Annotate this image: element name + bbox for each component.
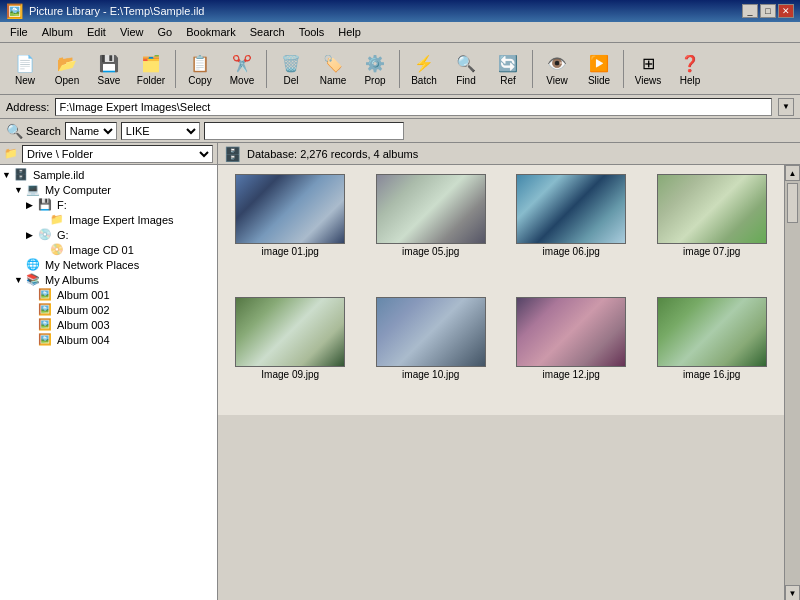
scroll-thumb[interactable] [787, 183, 798, 223]
thumbnail-cell[interactable]: Image 09.jpg [222, 292, 359, 411]
tree-icon: 🗄️ [14, 168, 28, 181]
tree-item[interactable]: 📀Image CD 01 [2, 242, 215, 257]
copy-button[interactable]: 📋Copy [179, 46, 221, 92]
scroll-down-button[interactable]: ▼ [785, 585, 800, 600]
menu-item-album[interactable]: Album [36, 24, 79, 40]
menu-item-tools[interactable]: Tools [293, 24, 331, 40]
titlebar-title: Picture Library - E:\Temp\Sample.ild [29, 5, 204, 17]
scroll-up-button[interactable]: ▲ [785, 165, 800, 181]
name-button-label: Name [320, 75, 347, 86]
del-button[interactable]: 🗑️Del [270, 46, 312, 92]
thumbnail-grid: image 01.jpgimage 05.jpgimage 06.jpgimag… [218, 165, 784, 415]
expand-icon: ▼ [14, 185, 24, 195]
thumbnail-image [516, 174, 626, 244]
name-button[interactable]: 🏷️Name [312, 46, 354, 92]
thumbnail-cell[interactable]: image 06.jpg [503, 169, 640, 288]
thumbnail-cell[interactable]: image 10.jpg [363, 292, 500, 411]
view-button[interactable]: 👁️View [536, 46, 578, 92]
thumbnail-cell[interactable]: image 05.jpg [363, 169, 500, 288]
del-button-icon: 🗑️ [279, 51, 303, 75]
del-button-label: Del [283, 75, 298, 86]
tree-label: Image CD 01 [69, 244, 134, 256]
menu-item-file[interactable]: File [4, 24, 34, 40]
tree-icon: 💻 [26, 183, 40, 196]
address-dropdown-arrow[interactable]: ▼ [778, 98, 794, 116]
tree-icon: 🌐 [26, 258, 40, 271]
scroll-track [785, 181, 800, 585]
find-button[interactable]: 🔍Find [445, 46, 487, 92]
thumbnail-label: Image 09.jpg [261, 369, 319, 380]
maximize-button[interactable]: □ [760, 4, 776, 18]
tree-item[interactable]: 🖼️Album 004 [2, 332, 215, 347]
tree-icon: 💾 [38, 198, 52, 211]
file-tree: ▼🗄️Sample.ild▼💻My Computer▶💾F:📁Image Exp… [0, 165, 217, 600]
search-field-select[interactable]: Name Date Size [65, 122, 117, 140]
right-panel: 🗄️ Database: 2,276 records, 4 albums ima… [218, 143, 800, 600]
new-button[interactable]: 📄New [4, 46, 46, 92]
tree-item[interactable]: 🖼️Album 002 [2, 302, 215, 317]
menu-item-help[interactable]: Help [332, 24, 367, 40]
move-button[interactable]: ✂️Move [221, 46, 263, 92]
toolbar-separator [175, 50, 176, 88]
menu-item-search[interactable]: Search [244, 24, 291, 40]
tree-label: My Computer [45, 184, 111, 196]
expand-icon: ▼ [14, 275, 24, 285]
open-button[interactable]: 📂Open [46, 46, 88, 92]
thumbnail-label: image 06.jpg [543, 246, 600, 257]
tree-item[interactable]: 🖼️Album 003 [2, 317, 215, 332]
ref-button[interactable]: 🔄Ref [487, 46, 529, 92]
tree-label: Album 003 [57, 319, 110, 331]
thumbnail-cell[interactable]: image 12.jpg [503, 292, 640, 411]
close-button[interactable]: ✕ [778, 4, 794, 18]
name-button-icon: 🏷️ [321, 51, 345, 75]
thumbnail-cell[interactable]: image 16.jpg [644, 292, 781, 411]
views-button[interactable]: ⊞Views [627, 46, 669, 92]
tree-item[interactable]: ▶💾F: [2, 197, 215, 212]
tree-item[interactable]: ▼🗄️Sample.ild [2, 167, 215, 182]
folder-button[interactable]: 🗂️Folder [130, 46, 172, 92]
folder-dropdown[interactable]: Drive \ Folder [22, 145, 213, 163]
tree-label: Image Expert Images [69, 214, 174, 226]
view-button-icon: 👁️ [545, 51, 569, 75]
search-icon-area: 🔍 Search [6, 123, 61, 139]
thumbnail-cell[interactable]: image 01.jpg [222, 169, 359, 288]
save-button[interactable]: 💾Save [88, 46, 130, 92]
help-button[interactable]: ❓Help [669, 46, 711, 92]
address-label: Address: [6, 101, 49, 113]
thumbnail-image [235, 297, 345, 367]
tree-item[interactable]: 📁Image Expert Images [2, 212, 215, 227]
tree-item[interactable]: 🖼️Album 001 [2, 287, 215, 302]
menu-item-edit[interactable]: Edit [81, 24, 112, 40]
search-input[interactable] [204, 122, 404, 140]
thumbnail-cell[interactable]: image 07.jpg [644, 169, 781, 288]
prop-button[interactable]: ⚙️Prop [354, 46, 396, 92]
prop-button-label: Prop [364, 75, 385, 86]
minimize-button[interactable]: _ [742, 4, 758, 18]
tree-item[interactable]: ▼💻My Computer [2, 182, 215, 197]
tree-item[interactable]: 🌐My Network Places [2, 257, 215, 272]
main-area: 📁 Drive \ Folder ▼🗄️Sample.ild▼💻My Compu… [0, 143, 800, 600]
find-button-label: Find [456, 75, 475, 86]
db-header: 🗄️ Database: 2,276 records, 4 albums [218, 143, 800, 165]
menu-item-go[interactable]: Go [152, 24, 179, 40]
menu-item-bookmark[interactable]: Bookmark [180, 24, 242, 40]
search-operator-select[interactable]: LIKE = CONTAINS [121, 122, 200, 140]
tree-label: My Network Places [45, 259, 139, 271]
expand-icon: ▶ [26, 230, 36, 240]
thumbnail-image [657, 297, 767, 367]
slide-button[interactable]: ▶️Slide [578, 46, 620, 92]
batch-button[interactable]: ⚡Batch [403, 46, 445, 92]
tree-item[interactable]: ▶💿G: [2, 227, 215, 242]
address-input[interactable] [55, 98, 772, 116]
tree-item[interactable]: ▼📚My Albums [2, 272, 215, 287]
thumb-scrollbar[interactable]: ▲ ▼ [784, 165, 800, 600]
tree-icon: 💿 [38, 228, 52, 241]
menu-item-view[interactable]: View [114, 24, 150, 40]
copy-button-label: Copy [188, 75, 211, 86]
save-button-icon: 💾 [97, 51, 121, 75]
tree-icon: 🖼️ [38, 318, 52, 331]
new-button-label: New [15, 75, 35, 86]
expand-icon: ▼ [2, 170, 12, 180]
tree-icon: 🖼️ [38, 333, 52, 346]
tree-icon: 🖼️ [38, 288, 52, 301]
